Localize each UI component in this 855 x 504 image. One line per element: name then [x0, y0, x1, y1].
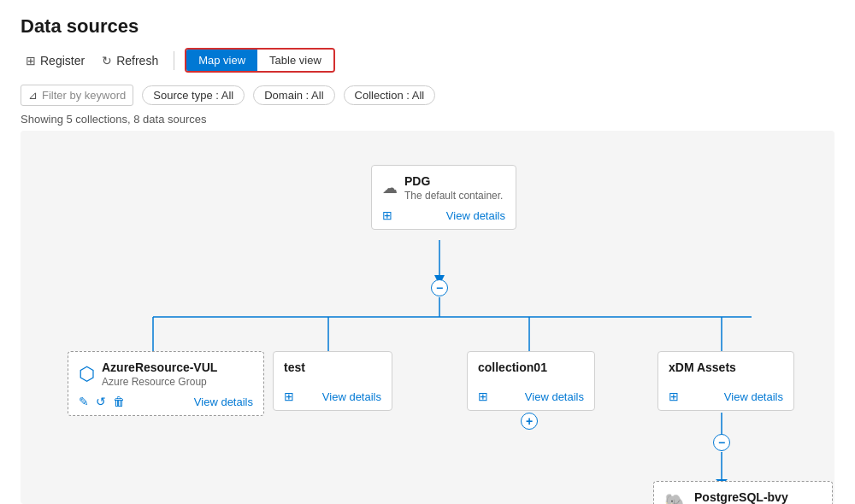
collection01-title: collection01	[478, 360, 584, 374]
source-type-filter[interactable]: Source type : All	[142, 85, 245, 105]
table-view-button[interactable]: Table view	[257, 50, 333, 71]
domain-filter[interactable]: Domain : All	[253, 85, 334, 105]
azure-edit-icon[interactable]: ✎	[79, 395, 89, 408]
filter-icon: ⊿	[28, 89, 38, 102]
pdg-view-details[interactable]: View details	[446, 209, 505, 222]
xdm-table-icon[interactable]: ⊞	[669, 390, 679, 403]
refresh-icon: ↻	[102, 54, 112, 67]
test-title: test	[284, 360, 381, 374]
map-area: ☁ PDG The default container. ⊞ View deta…	[21, 131, 834, 504]
xdm-title: xDM Assets	[669, 360, 783, 374]
test-card: test ⊞ View details	[273, 351, 392, 411]
refresh-button[interactable]: ↻ Refresh	[97, 50, 163, 71]
azure-subtitle: Azure Resource Group	[102, 376, 217, 388]
pdg-icon: ☁	[382, 179, 398, 197]
xdm-card: xDM Assets ⊞ View details	[657, 351, 794, 411]
azure-title: AzureResource-VUL	[102, 360, 217, 374]
pdg-title: PDG	[404, 174, 503, 188]
page-title: Data sources	[21, 15, 834, 38]
keyword-filter[interactable]: ⊿ Filter by keyword	[21, 85, 133, 106]
collection01-card: collection01 ⊞ View details	[467, 351, 595, 411]
postgresql-card: 🐘 PostgreSQL-bvy PostgreSQL ✎ ↺ 🗑 View d…	[653, 481, 833, 504]
filters-row: ⊿ Filter by keyword Source type : All Do…	[21, 85, 834, 106]
test-view-details[interactable]: View details	[322, 390, 381, 403]
azure-icon: ⬡	[79, 363, 95, 385]
azure-view-details[interactable]: View details	[194, 396, 253, 408]
toolbar: ⊞ Register ↻ Refresh Map view Table view	[21, 48, 834, 73]
postgresql-icon: 🐘	[664, 493, 687, 504]
collection01-table-icon[interactable]: ⊞	[478, 390, 488, 403]
pdg-collapse-circle[interactable]: −	[431, 279, 448, 296]
register-button[interactable]: ⊞ Register	[21, 50, 90, 71]
azure-link-icon[interactable]: ↺	[96, 395, 106, 408]
test-table-icon[interactable]: ⊞	[284, 390, 294, 403]
page-container: Data sources ⊞ Register ↻ Refresh Map vi…	[0, 0, 855, 504]
showing-text: Showing 5 collections, 8 data sources	[21, 113, 834, 126]
pdg-subtitle: The default container.	[404, 190, 503, 202]
azure-delete-icon[interactable]: 🗑	[113, 395, 125, 408]
register-icon: ⊞	[26, 54, 36, 67]
collection-filter[interactable]: Collection : All	[344, 85, 436, 105]
collection01-view-details[interactable]: View details	[525, 390, 584, 403]
azure-card: ⬡ AzureResource-VUL Azure Resource Group…	[68, 351, 264, 416]
xdm-view-details[interactable]: View details	[724, 390, 783, 403]
xdm-collapse-circle[interactable]: −	[713, 434, 730, 451]
view-toggle: Map view Table view	[185, 48, 335, 73]
toolbar-divider	[174, 51, 174, 70]
map-view-button[interactable]: Map view	[186, 50, 257, 71]
pdg-card: ☁ PDG The default container. ⊞ View deta…	[371, 165, 516, 230]
pdg-table-icon[interactable]: ⊞	[382, 208, 392, 222]
collection01-expand-circle[interactable]: +	[521, 413, 538, 430]
postgresql-title: PostgreSQL-bvy	[694, 490, 788, 504]
